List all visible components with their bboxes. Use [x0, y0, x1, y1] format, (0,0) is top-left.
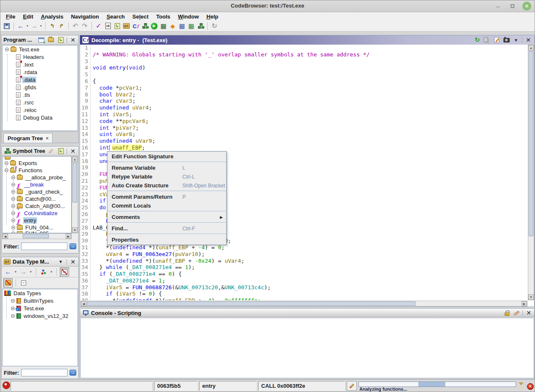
menu-select[interactable]: Select — [128, 13, 152, 20]
forward-dropdown-icon[interactable]: ▾ — [39, 24, 43, 28]
scrollbar-thumb[interactable] — [87, 301, 415, 306]
refresh-icon[interactable]: ↻ — [473, 36, 481, 44]
filter-apply-icon[interactable]: → — [70, 370, 76, 376]
data-types-icon[interactable]: DT — [122, 21, 131, 31]
assoc-dropdown-icon[interactable]: ▾ — [49, 270, 54, 274]
dtm-filter-input[interactable] — [21, 369, 67, 376]
symbol-filter-input[interactable] — [21, 243, 67, 250]
tree-expand-handle[interactable] — [11, 183, 15, 187]
context-menu-item-find-[interactable]: Find...Ctrl-F — [107, 224, 226, 233]
program-tree-tab[interactable]: Program Tree × — [3, 133, 53, 143]
menu-tools[interactable]: Tools — [152, 13, 174, 20]
panel-menu-icon[interactable]: ▼ — [512, 36, 520, 44]
analysis-edit-icon[interactable] — [347, 381, 357, 391]
tree-item-couninitialize[interactable]: CoUninitialize — [3, 210, 71, 217]
close-icon[interactable]: ✕ — [69, 147, 77, 155]
tree-item-test-exe[interactable]: Test.exe — [3, 304, 78, 312]
scroll-right-icon[interactable]: ▶ — [522, 301, 527, 306]
code-line[interactable]: undefined uVar4; — [93, 104, 527, 111]
console-output[interactable] — [80, 318, 534, 378]
menu-window[interactable]: Window — [174, 13, 203, 20]
collapse-all-icon[interactable]: − — [19, 278, 28, 288]
scrollbar-thumb[interactable] — [23, 234, 49, 238]
symbol-tree-horizontal-scrollbar[interactable]: ◀ ▶ — [2, 233, 72, 239]
menu-analysis[interactable]: Analysis — [37, 13, 67, 20]
decompiler-icon[interactable]: Cf — [131, 21, 140, 31]
code-line[interactable]: *(undefined *)(unaff_EBP + -0x24) = uVar… — [93, 258, 527, 264]
tree-item--text[interactable]: .text — [3, 61, 78, 68]
context-menu-item-commit-params-return[interactable]: Commit Params/ReturnP — [107, 192, 226, 201]
tree-expand-handle[interactable] — [5, 161, 8, 165]
context-menu-item-rename-variable[interactable]: Rename VariableL — [107, 163, 226, 172]
code-line[interactable]: *(undefined4 *)(unaff_EBP + -4) = 0xffff… — [93, 297, 527, 300]
symbol-tree[interactable]: ExportsFunctions__alloca_probe___break_g… — [2, 156, 72, 233]
tree-item--tls[interactable]: .tls — [3, 91, 78, 99]
import-results-icon[interactable]: ↳ — [112, 21, 122, 31]
menu-edit[interactable]: Edit — [19, 13, 37, 20]
data-types-tree[interactable]: Data TypesBuiltInTypesTest.exewindows_vs… — [2, 289, 78, 366]
tree-item--data[interactable]: .data — [3, 76, 78, 83]
forward-dropdown-icon[interactable]: ▾ — [29, 270, 33, 274]
memory-search-icon[interactable]: ↻ — [210, 21, 219, 31]
tree-item--guard-check-[interactable]: _guard_check_ — [3, 188, 71, 195]
save-icon[interactable] — [2, 21, 11, 31]
close-icon[interactable]: ✕ — [69, 36, 77, 44]
tree-item-exports[interactable]: Exports — [3, 160, 71, 167]
menu-file[interactable]: File — [2, 13, 19, 20]
code-line[interactable]: /* WARNING: Globals starting with '_' ov… — [93, 51, 527, 58]
back-dropdown-icon[interactable]: ▾ — [13, 270, 18, 274]
redo-icon[interactable]: ↷ — [80, 21, 89, 31]
tree-item-test-exe[interactable]: Test.exe — [3, 45, 78, 53]
binary-data-icon[interactable]: 10 — [103, 21, 112, 31]
tree-expand-handle[interactable] — [11, 211, 15, 215]
run-script-icon[interactable]: ▶ — [150, 21, 159, 31]
back-icon[interactable]: ← — [3, 267, 13, 277]
scroll-up-icon[interactable]: ▲ — [72, 157, 78, 162]
code-line[interactable]: if (_DAT_008271e4 == 0) { — [93, 271, 527, 277]
tree-expand-handle[interactable] — [5, 48, 9, 51]
import-tree-icon[interactable]: ↳ — [57, 36, 64, 44]
tree-expand-handle[interactable] — [11, 314, 15, 318]
decompile-vertical-scrollbar[interactable]: ▲ ▼ — [528, 45, 534, 300]
edit-icon[interactable] — [493, 36, 500, 44]
close-window-button[interactable]: ✕ — [522, 2, 531, 11]
menu-navigation[interactable]: Navigation — [67, 13, 102, 20]
tree-item-debug-data[interactable]: Debug Data — [3, 114, 78, 121]
tree-item--rsrc[interactable]: .rsrc — [3, 99, 78, 106]
copy-icon[interactable] — [483, 36, 491, 44]
tree-item-fun-004-[interactable]: FUN_004... — [3, 224, 71, 231]
call-tree-icon[interactable] — [140, 21, 150, 31]
tree-expand-handle[interactable] — [11, 219, 15, 222]
panel-menu-icon[interactable]: ▼ — [57, 258, 64, 266]
code-line[interactable]: bool bVar2; — [93, 91, 527, 98]
tree-item-windows-vs12-32[interactable]: windows_vs12_32 — [3, 312, 78, 320]
filter-apply-icon[interactable]: → — [70, 243, 76, 249]
code-line[interactable]: { — [93, 78, 527, 85]
cancel-analysis-button[interactable]: ✕ — [527, 382, 534, 390]
bookmark-icon[interactable]: ◆ — [168, 21, 177, 31]
scroll-left-icon[interactable]: ◀ — [3, 234, 8, 239]
preview-off-icon[interactable]: N — [60, 267, 69, 277]
code-line[interactable]: code *pcVar1; — [93, 85, 527, 91]
edit-pencil-icon[interactable] — [47, 147, 55, 155]
undo-icon[interactable]: ↶ — [71, 21, 80, 31]
back-dropdown-icon[interactable]: ▾ — [25, 24, 29, 28]
scroll-left-icon[interactable]: ◀ — [81, 301, 86, 306]
memory-map-icon[interactable]: ▦ — [159, 21, 168, 31]
tree-item--alloca-probe-[interactable]: __alloca_probe_ — [3, 174, 71, 181]
pointer-off-icon[interactable] — [3, 278, 13, 288]
code-line[interactable] — [93, 45, 527, 51]
tree-item-catch-all-00-[interactable]: Catch_All@00... — [3, 203, 71, 210]
code-line[interactable]: uVar4 = FUN_0063ee27(puVar10); — [93, 251, 527, 258]
table-chooser-icon[interactable]: ▦ — [187, 21, 196, 31]
scroll-down-icon[interactable]: ▼ — [72, 227, 78, 233]
scrollbar-thumb[interactable] — [72, 163, 77, 203]
out-arrows-icon[interactable]: ↱ — [57, 21, 66, 31]
close-icon[interactable]: ✕ — [69, 258, 77, 266]
context-menu-item-commit-locals[interactable]: Commit Locals — [107, 201, 226, 210]
scrollbar-thumb[interactable] — [529, 51, 533, 236]
tree-expand-handle[interactable] — [5, 168, 8, 172]
forward-icon[interactable]: → — [29, 21, 39, 31]
close-tab-icon[interactable]: × — [46, 136, 48, 141]
program-tree[interactable]: Test.exeHeaders.text.rdata.data.gfids.tl… — [2, 45, 78, 131]
